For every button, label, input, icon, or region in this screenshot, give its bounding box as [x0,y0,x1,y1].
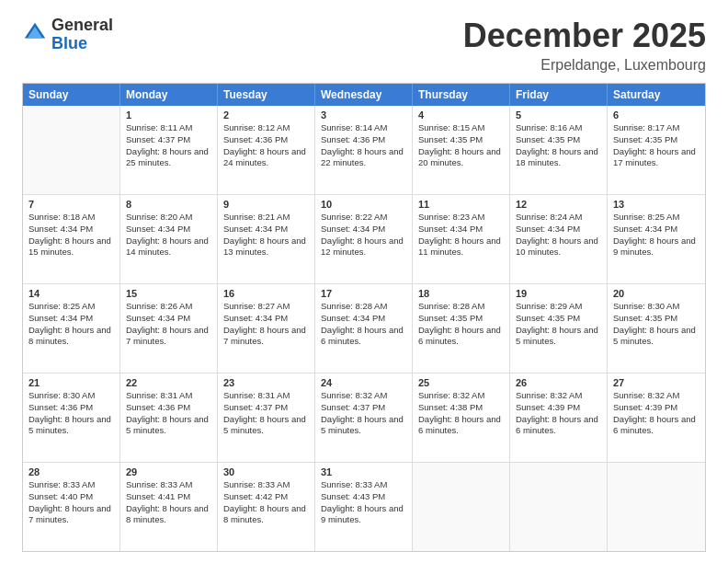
cell-info: Sunrise: 8:15 AM Sunset: 4:35 PM Dayligh… [418,122,504,169]
day-number: 22 [126,377,211,388]
cell-info: Sunrise: 8:32 AM Sunset: 4:37 PM Dayligh… [321,390,406,437]
cell-info: Sunrise: 8:28 AM Sunset: 4:34 PM Dayligh… [321,301,406,348]
day-number: 16 [223,288,309,299]
cal-cell-10: 10Sunrise: 8:22 AM Sunset: 4:34 PM Dayli… [315,195,413,283]
cal-cell-21: 21Sunrise: 8:30 AM Sunset: 4:36 PM Dayli… [23,373,120,462]
cal-cell-22: 22Sunrise: 8:31 AM Sunset: 4:36 PM Dayli… [120,373,218,462]
cell-info: Sunrise: 8:30 AM Sunset: 4:35 PM Dayligh… [613,301,700,348]
month-title: December 2025 [463,17,706,55]
cal-cell-18: 18Sunrise: 8:28 AM Sunset: 4:35 PM Dayli… [413,284,510,373]
header: General Blue December 2025 Erpeldange, L… [22,17,706,74]
cell-info: Sunrise: 8:27 AM Sunset: 4:34 PM Dayligh… [223,301,309,348]
cal-cell-3: 3Sunrise: 8:14 AM Sunset: 4:36 PM Daylig… [315,106,413,194]
day-number: 4 [418,109,504,121]
cal-cell-16: 16Sunrise: 8:27 AM Sunset: 4:34 PM Dayli… [218,284,315,373]
calendar-row-2: 14Sunrise: 8:25 AM Sunset: 4:34 PM Dayli… [23,283,705,373]
day-number: 28 [28,466,114,477]
cell-info: Sunrise: 8:25 AM Sunset: 4:34 PM Dayligh… [613,212,700,259]
cal-cell-8: 8Sunrise: 8:20 AM Sunset: 4:34 PM Daylig… [120,195,218,283]
day-number: 17 [321,288,406,299]
cell-info: Sunrise: 8:14 AM Sunset: 4:36 PM Dayligh… [321,122,406,169]
cal-cell-14: 14Sunrise: 8:25 AM Sunset: 4:34 PM Dayli… [23,284,120,373]
cal-cell-19: 19Sunrise: 8:29 AM Sunset: 4:35 PM Dayli… [510,284,608,373]
cal-cell-6: 6Sunrise: 8:17 AM Sunset: 4:35 PM Daylig… [608,106,705,194]
cell-info: Sunrise: 8:32 AM Sunset: 4:39 PM Dayligh… [613,390,700,437]
cal-cell-5: 5Sunrise: 8:16 AM Sunset: 4:35 PM Daylig… [510,106,608,194]
day-number: 21 [28,377,114,388]
cal-cell-empty-0 [23,106,120,194]
cell-info: Sunrise: 8:24 AM Sunset: 4:34 PM Dayligh… [516,212,601,259]
cal-cell-30: 30Sunrise: 8:33 AM Sunset: 4:42 PM Dayli… [218,463,315,551]
day-number: 3 [321,109,406,121]
day-number: 19 [516,288,601,299]
cal-cell-25: 25Sunrise: 8:32 AM Sunset: 4:38 PM Dayli… [413,373,510,462]
cal-cell-13: 13Sunrise: 8:25 AM Sunset: 4:34 PM Dayli… [608,195,705,283]
day-number: 14 [28,288,114,299]
cal-cell-empty-6 [608,463,705,551]
day-number: 29 [126,466,211,477]
cell-info: Sunrise: 8:32 AM Sunset: 4:39 PM Dayligh… [516,390,601,437]
cell-info: Sunrise: 8:23 AM Sunset: 4:34 PM Dayligh… [418,212,504,259]
day-number: 15 [126,288,211,299]
cal-cell-28: 28Sunrise: 8:33 AM Sunset: 4:40 PM Dayli… [23,463,120,551]
cell-info: Sunrise: 8:22 AM Sunset: 4:34 PM Dayligh… [321,212,406,259]
cell-info: Sunrise: 8:33 AM Sunset: 4:43 PM Dayligh… [321,479,406,526]
cal-cell-empty-5 [510,463,608,551]
calendar: SundayMondayTuesdayWednesdayThursdayFrid… [22,83,706,552]
day-number: 12 [516,199,601,210]
cal-cell-4: 4Sunrise: 8:15 AM Sunset: 4:35 PM Daylig… [413,106,510,194]
header-day-thursday: Thursday [413,84,510,106]
cell-info: Sunrise: 8:31 AM Sunset: 4:37 PM Dayligh… [223,390,309,437]
day-number: 25 [418,377,504,388]
day-number: 11 [418,199,504,210]
cell-info: Sunrise: 8:21 AM Sunset: 4:34 PM Dayligh… [223,212,309,259]
header-day-wednesday: Wednesday [315,84,413,106]
header-day-monday: Monday [120,84,218,106]
cell-info: Sunrise: 8:33 AM Sunset: 4:41 PM Dayligh… [126,479,211,526]
day-number: 8 [126,199,211,210]
day-number: 6 [613,109,700,121]
location: Erpeldange, Luxembourg [463,57,706,74]
page: General Blue December 2025 Erpeldange, L… [0,0,728,563]
cell-info: Sunrise: 8:33 AM Sunset: 4:40 PM Dayligh… [28,479,114,526]
cal-cell-7: 7Sunrise: 8:18 AM Sunset: 4:34 PM Daylig… [23,195,120,283]
cal-cell-2: 2Sunrise: 8:12 AM Sunset: 4:36 PM Daylig… [218,106,315,194]
day-number: 30 [223,466,309,477]
cell-info: Sunrise: 8:29 AM Sunset: 4:35 PM Dayligh… [516,301,601,348]
cell-info: Sunrise: 8:30 AM Sunset: 4:36 PM Dayligh… [28,390,114,437]
day-number: 5 [516,109,601,121]
cell-info: Sunrise: 8:11 AM Sunset: 4:37 PM Dayligh… [126,122,211,169]
cell-info: Sunrise: 8:31 AM Sunset: 4:36 PM Dayligh… [126,390,211,437]
cell-info: Sunrise: 8:16 AM Sunset: 4:35 PM Dayligh… [516,122,601,169]
day-number: 2 [223,109,309,121]
day-number: 18 [418,288,504,299]
cell-info: Sunrise: 8:28 AM Sunset: 4:35 PM Dayligh… [418,301,504,348]
title-block: December 2025 Erpeldange, Luxembourg [463,17,706,74]
calendar-row-1: 7Sunrise: 8:18 AM Sunset: 4:34 PM Daylig… [23,194,705,283]
cell-info: Sunrise: 8:25 AM Sunset: 4:34 PM Dayligh… [28,301,114,348]
calendar-row-3: 21Sunrise: 8:30 AM Sunset: 4:36 PM Dayli… [23,373,705,462]
cal-cell-24: 24Sunrise: 8:32 AM Sunset: 4:37 PM Dayli… [315,373,413,462]
day-number: 23 [223,377,309,388]
logo: General Blue [22,17,113,53]
day-number: 20 [613,288,700,299]
cal-cell-27: 27Sunrise: 8:32 AM Sunset: 4:39 PM Dayli… [608,373,705,462]
cal-cell-20: 20Sunrise: 8:30 AM Sunset: 4:35 PM Dayli… [608,284,705,373]
cell-info: Sunrise: 8:33 AM Sunset: 4:42 PM Dayligh… [223,479,309,526]
cal-cell-26: 26Sunrise: 8:32 AM Sunset: 4:39 PM Dayli… [510,373,608,462]
logo-icon [22,20,48,46]
cell-info: Sunrise: 8:18 AM Sunset: 4:34 PM Dayligh… [28,212,114,259]
cell-info: Sunrise: 8:26 AM Sunset: 4:34 PM Dayligh… [126,301,211,348]
header-day-friday: Friday [510,84,608,106]
logo-general: General [51,17,113,35]
header-day-saturday: Saturday [608,84,705,106]
day-number: 10 [321,199,406,210]
cell-info: Sunrise: 8:32 AM Sunset: 4:38 PM Dayligh… [418,390,504,437]
calendar-body: 1Sunrise: 8:11 AM Sunset: 4:37 PM Daylig… [23,106,705,551]
cal-cell-23: 23Sunrise: 8:31 AM Sunset: 4:37 PM Dayli… [218,373,315,462]
cell-info: Sunrise: 8:12 AM Sunset: 4:36 PM Dayligh… [223,122,309,169]
cell-info: Sunrise: 8:17 AM Sunset: 4:35 PM Dayligh… [613,122,700,169]
cal-cell-17: 17Sunrise: 8:28 AM Sunset: 4:34 PM Dayli… [315,284,413,373]
day-number: 27 [613,377,700,388]
day-number: 26 [516,377,601,388]
